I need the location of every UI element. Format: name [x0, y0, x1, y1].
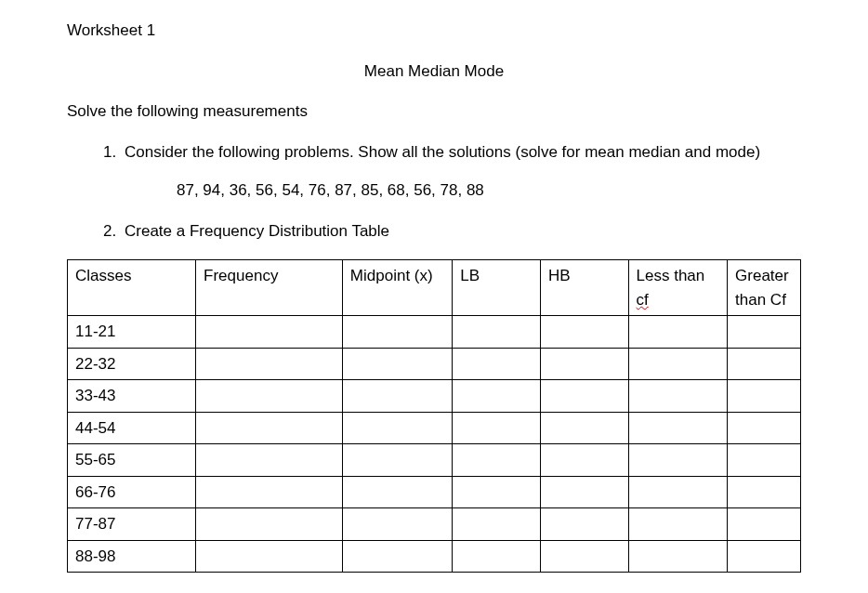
cell-empty: [342, 508, 452, 541]
cell-empty: [196, 316, 343, 349]
cell-empty: [540, 412, 628, 444]
cell-empty: [342, 444, 452, 477]
problem-1: Consider the following problems. Show al…: [121, 140, 801, 165]
header-less-cf-underlined: cf: [637, 291, 649, 309]
table-row: 33-43: [68, 380, 801, 413]
cell-empty: [196, 444, 343, 477]
cell-empty: [196, 540, 343, 573]
frequency-table-container: Classes Frequency Midpoint (x) LB HB Les…: [67, 259, 801, 573]
problem-2: Create a Frequency Distribution Table: [121, 219, 801, 244]
cell-empty: [628, 316, 728, 349]
cell-empty: [540, 380, 628, 413]
cell-empty: [453, 348, 541, 380]
problem-list: Consider the following problems. Show al…: [67, 140, 801, 165]
cell-empty: [540, 540, 628, 573]
cell-empty: [342, 316, 452, 349]
page-title: Mean Median Mode: [67, 59, 801, 84]
cell-empty: [196, 508, 343, 541]
header-midpoint: Midpoint (x): [342, 260, 452, 316]
table-body: 11-2122-3233-4344-5455-6566-7677-8788-98: [68, 316, 801, 573]
cell-empty: [628, 348, 728, 380]
cell-empty: [728, 444, 801, 477]
table-header-row: Classes Frequency Midpoint (x) LB HB Les…: [68, 260, 801, 316]
table-row: 11-21: [68, 316, 801, 349]
cell-empty: [342, 412, 452, 444]
cell-empty: [342, 540, 452, 573]
cell-class: 88-98: [68, 540, 196, 573]
cell-class: 55-65: [68, 444, 196, 477]
header-greater-than-cf: Greater than Cf: [728, 260, 801, 316]
cell-empty: [540, 508, 628, 541]
cell-empty: [196, 380, 343, 413]
cell-empty: [453, 444, 541, 477]
cell-class: 22-32: [68, 348, 196, 380]
cell-empty: [628, 444, 728, 477]
cell-empty: [728, 380, 801, 413]
cell-empty: [540, 444, 628, 477]
cell-empty: [728, 508, 801, 541]
problem-list-2: Create a Frequency Distribution Table: [67, 219, 801, 244]
table-row: 44-54: [68, 412, 801, 444]
cell-empty: [453, 508, 541, 541]
cell-empty: [540, 316, 628, 349]
table-row: 88-98: [68, 540, 801, 573]
header-hb: HB: [540, 260, 628, 316]
cell-empty: [453, 316, 541, 349]
header-frequency: Frequency: [196, 260, 343, 316]
cell-class: 33-43: [68, 380, 196, 413]
cell-empty: [196, 412, 343, 444]
cell-empty: [628, 412, 728, 444]
cell-class: 77-87: [68, 508, 196, 541]
table-row: 22-32: [68, 348, 801, 380]
cell-class: 66-76: [68, 476, 196, 508]
solve-instruction: Solve the following measurements: [67, 99, 801, 124]
cell-empty: [728, 476, 801, 508]
cell-empty: [342, 476, 452, 508]
cell-empty: [453, 476, 541, 508]
table-row: 55-65: [68, 444, 801, 477]
cell-empty: [728, 316, 801, 349]
problem-1-text: Consider the following problems. Show al…: [125, 143, 760, 161]
cell-empty: [628, 380, 728, 413]
worksheet-title: Worksheet 1: [67, 19, 801, 43]
cell-empty: [628, 476, 728, 508]
cell-empty: [196, 348, 343, 380]
cell-empty: [453, 540, 541, 573]
cell-empty: [728, 540, 801, 573]
header-less-pre: Less than: [637, 267, 705, 284]
cell-empty: [540, 348, 628, 380]
cell-empty: [453, 380, 541, 413]
cell-empty: [628, 540, 728, 573]
cell-empty: [342, 348, 452, 380]
problem-1-data: 87, 94, 36, 56, 54, 76, 87, 85, 68, 56, …: [67, 178, 801, 203]
header-lb: LB: [453, 260, 541, 316]
cell-class: 44-54: [68, 412, 196, 444]
cell-empty: [453, 412, 541, 444]
cell-class: 11-21: [68, 316, 196, 349]
table-row: 66-76: [68, 476, 801, 508]
header-classes: Classes: [68, 260, 196, 316]
cell-empty: [728, 348, 801, 380]
cell-empty: [342, 380, 452, 413]
header-less-than-cf: Less than cf: [628, 260, 728, 316]
cell-empty: [728, 412, 801, 444]
cell-empty: [540, 476, 628, 508]
problem-2-text: Create a Frequency Distribution Table: [125, 222, 389, 240]
table-row: 77-87: [68, 508, 801, 541]
cell-empty: [628, 508, 728, 541]
cell-empty: [196, 476, 343, 508]
frequency-distribution-table: Classes Frequency Midpoint (x) LB HB Les…: [67, 259, 801, 573]
